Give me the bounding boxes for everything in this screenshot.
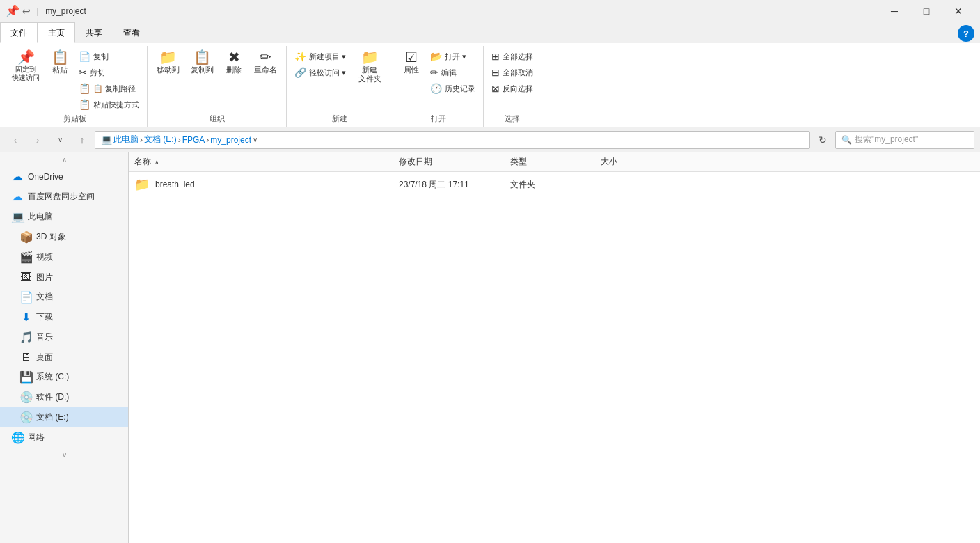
col-type-label: 类型 — [510, 157, 527, 166]
documents-icon: 📄 — [19, 290, 32, 304]
move-to-button[interactable]: 📁 移动到 — [152, 47, 184, 77]
sidebar-item-pictures[interactable]: 🖼 图片 — [0, 267, 128, 287]
ribbon-group-clipboard: 📌 固定到快速访问 📋 粘贴 📄 复制 ✂ 剪切 — [3, 46, 148, 127]
back-button[interactable]: ‹ — [6, 130, 25, 150]
3dobjects-icon: 📦 — [19, 230, 32, 244]
col-size-label: 大小 — [601, 157, 617, 166]
properties-button[interactable]: ☑ 属性 — [397, 47, 425, 77]
file-name: breath_led — [155, 180, 195, 189]
sidebar-scroll-down[interactable]: ∨ — [0, 448, 128, 462]
maximize-button[interactable]: □ — [910, 0, 942, 22]
file-date-cell: 23/7/18 周二 17:11 — [393, 176, 505, 194]
music-icon: 🎵 — [19, 331, 32, 344]
breadcrumb-computer-label[interactable]: 此电脑 — [113, 134, 139, 145]
open-icon: 📂 — [430, 51, 442, 62]
file-type-cell: 文件夹 — [505, 176, 595, 194]
sidebar-item-systemc[interactable]: 💾 系统 (C:) — [0, 367, 128, 387]
rename-label: 重命名 — [254, 65, 277, 74]
easy-access-button[interactable]: 🔗 轻松访问 ▾ — [291, 65, 349, 80]
sidebar-item-thispc[interactable]: 💻 此电脑 — [0, 207, 128, 227]
pin-btn-label: 固定到快速访问 — [12, 65, 40, 82]
sidebar-item-music[interactable]: 🎵 音乐 — [0, 327, 128, 347]
col-date[interactable]: 修改日期 — [393, 153, 505, 171]
minimize-button[interactable]: ─ — [878, 0, 910, 22]
sidebar-item-softd[interactable]: 💿 软件 (D:) — [0, 387, 128, 407]
cut-icon: ✂ — [79, 67, 87, 78]
address-path[interactable]: 💻 此电脑 › 文档 (E:) › FPGA › my_project ∨ — [95, 131, 810, 149]
col-size[interactable]: 大小 — [595, 153, 665, 171]
sidebar-item-network[interactable]: 🌐 网络 — [0, 427, 128, 448]
history-button[interactable]: 🕐 历史记录 — [427, 81, 479, 96]
sidebar-item-baidu[interactable]: ☁ 百度网盘同步空间 — [0, 187, 128, 207]
refresh-button[interactable]: ↻ — [813, 130, 832, 150]
new-item-button[interactable]: ✨ 新建项目 ▾ — [291, 49, 349, 64]
window-controls: ─ □ ✕ — [878, 0, 974, 22]
copy-icon: 📄 — [79, 51, 90, 62]
breadcrumb-fpga[interactable]: FPGA — [182, 135, 205, 145]
invert-selection-button[interactable]: ⊠ 反向选择 — [488, 81, 537, 96]
cut-button[interactable]: ✂ 剪切 — [75, 65, 143, 80]
copy-path-button[interactable]: 📋 📋 复制路径 — [75, 81, 143, 96]
pictures-label: 图片 — [36, 272, 53, 283]
sep1: › — [140, 135, 143, 145]
deselect-all-button[interactable]: ⊟ 全部取消 — [488, 65, 537, 80]
search-box[interactable]: 🔍 搜索"my_project" — [835, 131, 974, 149]
window-title: my_project — [45, 6, 86, 16]
select-buttons: ⊞ 全部选择 ⊟ 全部取消 ⊠ 反向选择 — [488, 47, 537, 112]
file-row-breath-led[interactable]: 📁 breath_led 23/7/18 周二 17:11 文件夹 — [129, 172, 980, 197]
breadcrumb-project[interactable]: my_project — [210, 135, 251, 145]
easy-access-label: 轻松访问 ▾ — [309, 68, 346, 78]
properties-icon: ☑ — [405, 50, 418, 64]
edit-button[interactable]: ✏ 编辑 — [427, 65, 479, 80]
copy-section: 📄 复制 ✂ 剪切 📋 📋 复制路径 📋 粘贴快捷方式 — [75, 47, 143, 112]
sidebar-item-videos[interactable]: 🎬 视频 — [0, 247, 128, 267]
videos-icon: 🎬 — [19, 251, 32, 264]
folder-icon: 📁 — [134, 177, 150, 192]
file-list: 名称 ∧ 修改日期 类型 大小 📁 breath_led 23/7/18 周二 … — [129, 152, 980, 543]
open-label: 打开 ▾ — [445, 52, 466, 62]
network-label: 网络 — [28, 432, 45, 443]
ribbon-tabs-row: 文件 主页 共享 查看 ? — [0, 22, 980, 43]
new-folder-label: 新建文件夹 — [358, 65, 381, 84]
copy-to-button[interactable]: 📋 复制到 — [186, 47, 219, 77]
rename-button[interactable]: ✏ 重命名 — [249, 47, 282, 77]
recent-locations-button[interactable]: ∨ — [50, 130, 70, 150]
3dobjects-label: 3D 对象 — [36, 231, 66, 243]
sidebar-item-3dobjects[interactable]: 📦 3D 对象 — [0, 227, 128, 247]
col-type[interactable]: 类型 — [505, 153, 595, 171]
close-button[interactable]: ✕ — [942, 0, 974, 22]
paste-button[interactable]: 📋 粘贴 — [46, 47, 74, 77]
new-folder-button[interactable]: 📁 新建文件夹 — [351, 47, 388, 86]
sidebar: ∧ ☁ OneDrive ☁ 百度网盘同步空间 💻 此电脑 📦 3D 对象 🎬 … — [0, 152, 129, 543]
select-all-button[interactable]: ⊞ 全部选择 — [488, 49, 537, 64]
paste-shortcut-button[interactable]: 📋 粘贴快捷方式 — [75, 97, 143, 112]
sidebar-item-documents[interactable]: 📄 文档 — [0, 287, 128, 307]
col-date-label: 修改日期 — [399, 157, 432, 166]
sidebar-item-doce[interactable]: 💿 文档 (E:) — [0, 407, 128, 427]
open-button[interactable]: 📂 打开 ▾ — [427, 49, 479, 64]
col-name[interactable]: 名称 ∧ — [129, 153, 393, 171]
delete-button[interactable]: ✖ 删除 — [220, 47, 248, 77]
breadcrumb-docs[interactable]: 文档 (E:) — [144, 134, 177, 145]
pin-to-quickaccess-button[interactable]: 📌 固定到快速访问 — [7, 47, 45, 85]
tab-file[interactable]: 文件 — [0, 22, 38, 43]
pin-icon: 📌 — [6, 4, 19, 17]
sidebar-item-desktop[interactable]: 🖥 桌面 — [0, 347, 128, 367]
tab-home[interactable]: 主页 — [38, 22, 75, 43]
forward-button[interactable]: › — [28, 130, 47, 150]
sidebar-scroll-up[interactable]: ∧ — [0, 152, 128, 166]
copy-path-icon: 📋 — [79, 83, 90, 94]
sidebar-item-downloads[interactable]: ⬇ 下载 — [0, 307, 128, 327]
music-label: 音乐 — [36, 331, 53, 343]
sidebar-item-onedrive[interactable]: ☁ OneDrive — [0, 166, 128, 187]
copy-button[interactable]: 📄 复制 — [75, 49, 143, 64]
tab-share[interactable]: 共享 — [75, 22, 113, 43]
ribbon-group-select: ⊞ 全部选择 ⊟ 全部取消 ⊠ 反向选择 选择 — [484, 46, 541, 127]
file-size-cell — [595, 182, 665, 187]
documents-label: 文档 — [36, 291, 53, 303]
copy-to-label: 复制到 — [191, 65, 214, 74]
up-button[interactable]: ↑ — [72, 130, 92, 150]
help-button[interactable]: ? — [958, 25, 974, 42]
path-dropdown-arrow[interactable]: ∨ — [253, 136, 258, 143]
tab-view[interactable]: 查看 — [113, 22, 150, 43]
